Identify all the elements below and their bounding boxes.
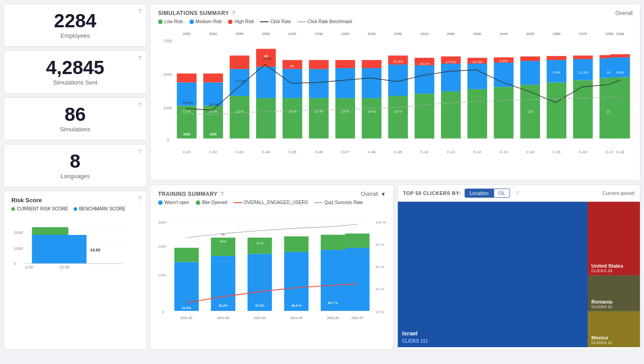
svg-text:C-04: C-04 xyxy=(262,150,270,154)
israel-clicks: CLICKS 111 xyxy=(402,339,584,344)
svg-rect-90 xyxy=(467,89,487,138)
svg-text:13 %: 13 % xyxy=(183,110,191,114)
legend-bite-opened: Bite Opened xyxy=(196,200,228,205)
svg-text:3.4%: 3.4% xyxy=(552,70,560,75)
svg-text:C-10: C-10 xyxy=(421,150,429,154)
legend-engaged: OVERALL_ENGAGED_USERS xyxy=(234,200,308,205)
bar-c15: 2360 3.4% C-15 xyxy=(547,32,566,154)
top-clickers-help-icon[interactable]: ? xyxy=(515,190,519,197)
ro-name: Romania xyxy=(591,299,636,304)
train-bar-202102-opened xyxy=(174,248,199,262)
simulations-help-icon[interactable]: ? xyxy=(138,101,142,109)
languages-value: 8 xyxy=(70,152,80,171)
svg-text:94: 94 xyxy=(290,64,294,68)
risk-title: Risk Score xyxy=(11,197,139,204)
svg-text:2290: 2290 xyxy=(394,32,402,36)
benchmark-line xyxy=(297,21,306,22)
medium-risk-label: Medium Risk xyxy=(196,19,222,24)
svg-text:C-09: C-09 xyxy=(394,150,402,154)
languages-help-icon[interactable]: ? xyxy=(138,148,142,155)
risk-help-icon[interactable]: ? xyxy=(138,195,142,202)
svg-rect-59 xyxy=(335,98,355,139)
svg-text:2420: 2420 xyxy=(526,32,534,36)
engaged-label: OVERALL_ENGAGED_USERS xyxy=(244,200,308,205)
train-overall-row: Overall ▼ xyxy=(361,191,386,197)
location-tab-group: Location OL xyxy=(465,189,510,198)
svg-rect-85 xyxy=(441,64,461,91)
svg-text:2000: 2000 xyxy=(158,244,166,249)
benchmark-label: Click Rate Benchmark xyxy=(307,19,352,24)
right-panel: SIMULATIONS SUMMARY ? Overall Low Risk M… xyxy=(150,4,640,350)
svg-rect-67 xyxy=(362,60,381,68)
employees-help-icon[interactable]: ? xyxy=(138,8,142,15)
top-clickers-title: TOP 50 CLICKERS BY: xyxy=(403,190,461,196)
sim-chart: 2500 2000 1000 0 2050 2050 13 % xyxy=(158,28,633,162)
svg-text:C-16: C-16 xyxy=(579,150,587,154)
simulations-sent-help-icon[interactable]: ? xyxy=(138,55,142,62)
current-risk-dot xyxy=(11,207,15,211)
sim-title: SIMULATIONS SUMMARY ? xyxy=(158,10,236,16)
bar-c08: 2230 14 % C-08 xyxy=(362,32,381,154)
svg-text:13.4%: 13.4% xyxy=(472,60,482,64)
bar-c16: 2370 11.3% C-16 xyxy=(573,32,593,154)
svg-text:135: 135 xyxy=(527,110,534,114)
engaged-line xyxy=(234,202,242,203)
svg-rect-114 xyxy=(573,80,593,138)
svg-text:2000: 2000 xyxy=(14,230,23,235)
employees-label: Employees xyxy=(60,32,89,39)
svg-text:17.2%: 17.2% xyxy=(236,79,246,83)
svg-text:0.00: 0.00 xyxy=(25,265,34,269)
top-clickers-header: TOP 50 CLICKERS BY: Location OL ? Curren… xyxy=(398,185,640,202)
simulations-label: Simulations xyxy=(60,126,90,133)
bar-c02: 2050 2050 12 % C-02 xyxy=(203,32,223,154)
employees-value: 2284 xyxy=(54,11,96,30)
sim-title-row: SIMULATIONS SUMMARY ? Overall xyxy=(158,10,633,16)
svg-text:2230: 2230 xyxy=(288,32,297,36)
svg-text:2021-02: 2021-02 xyxy=(181,316,193,320)
legend-wasnt-open: Wasn't open xyxy=(158,200,189,205)
svg-text:11.3%: 11.3% xyxy=(578,70,588,75)
train-dropdown-icon[interactable]: ▼ xyxy=(381,191,386,197)
train-title-text: TRAINING SUMMARY xyxy=(158,191,218,197)
legend-quiz: Quiz Success Rate xyxy=(314,200,363,205)
svg-text:0: 0 xyxy=(14,261,16,266)
svg-text:C-13: C-13 xyxy=(500,150,508,154)
svg-rect-40 xyxy=(256,98,276,139)
svg-text:2440: 2440 xyxy=(500,32,508,36)
train-overall-label: Overall xyxy=(361,191,378,197)
svg-text:22.0%: 22.0% xyxy=(209,103,219,107)
svg-text:40.4 %: 40.4 % xyxy=(291,304,302,308)
train-bar-202105-opened xyxy=(284,236,309,252)
svg-text:40 %: 40 % xyxy=(376,287,384,291)
svg-text:2050: 2050 xyxy=(183,32,191,36)
high-risk-label: High Risk xyxy=(234,19,254,24)
svg-text:2370: 2370 xyxy=(579,32,587,36)
bar-c18: 2284 9.6% C-18 xyxy=(610,32,630,154)
svg-text:31.2%: 31.2% xyxy=(218,304,228,308)
sim-help-icon[interactable]: ? xyxy=(232,10,235,16)
svg-text:2021-05: 2021-05 xyxy=(290,316,302,320)
svg-text:10.00: 10.00 xyxy=(59,265,70,269)
low-risk-color xyxy=(158,20,163,24)
mx-country-item: Mexico CLICKS 11 xyxy=(588,311,640,347)
click-rate-label: Click Rate xyxy=(270,19,291,24)
train-help-icon[interactable]: ? xyxy=(220,190,224,197)
svg-text:C-03: C-03 xyxy=(236,150,244,154)
svg-text:C-15: C-15 xyxy=(553,150,561,154)
svg-rect-103 xyxy=(520,61,540,85)
svg-text:2021-07: 2021-07 xyxy=(352,316,363,320)
svg-text:C-01: C-01 xyxy=(183,150,191,154)
ol-tab[interactable]: OL xyxy=(494,189,510,198)
benchmark-bar xyxy=(32,235,87,264)
svg-text:42.7 %: 42.7 % xyxy=(328,301,338,305)
risk-legend-current: CURRENT RISK SCORE xyxy=(11,206,68,211)
mx-name: Mexico xyxy=(591,335,636,340)
svg-text:2050: 2050 xyxy=(262,32,270,36)
svg-text:2021-06: 2021-06 xyxy=(327,316,339,320)
simulations-sent-value: 4,2845 xyxy=(46,58,104,77)
location-tab[interactable]: Location xyxy=(465,189,494,198)
high-risk-color xyxy=(228,20,233,24)
svg-rect-129 xyxy=(610,54,630,57)
svg-text:0: 0 xyxy=(167,137,169,142)
svg-rect-66 xyxy=(362,68,381,98)
